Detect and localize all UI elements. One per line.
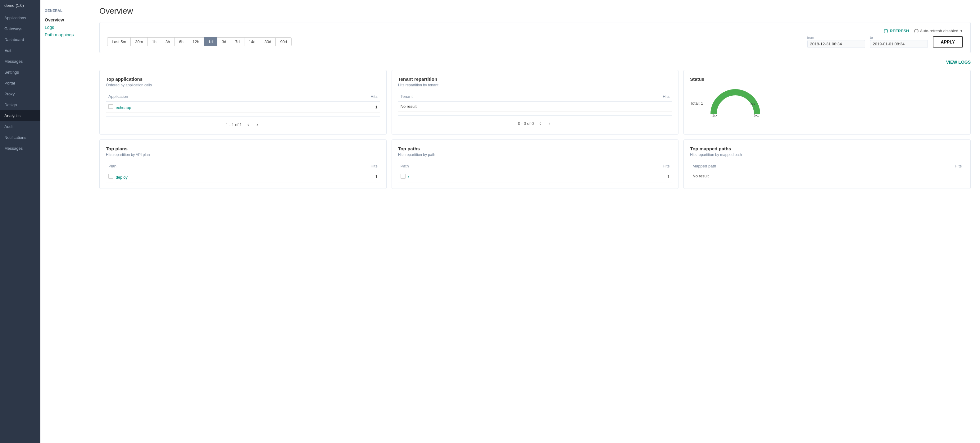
top-paths-subtitle: Hits repartition by path xyxy=(398,153,672,157)
label-1xx: 1xx xyxy=(712,114,717,117)
time-btn-12h[interactable]: 12h xyxy=(188,37,204,46)
view-logs-anchor[interactable]: VIEW LOGS xyxy=(946,60,971,65)
nav-overview[interactable]: Overview xyxy=(45,16,85,24)
path-name-cell: / xyxy=(398,171,543,182)
label-5xx: 5xx xyxy=(754,114,759,117)
sidebar-item-applications[interactable]: Applications xyxy=(0,13,40,23)
top-mapped-paths-card: Top mapped paths Hits repartition by map… xyxy=(684,140,971,189)
pagination-prev[interactable]: ‹ xyxy=(246,121,251,128)
to-label: to xyxy=(870,36,928,40)
col-plan: Plan xyxy=(106,162,290,171)
col-hits-plans: Hits xyxy=(290,162,380,171)
col-hits-applications: Hits xyxy=(298,92,380,102)
label-2xx: 2xx xyxy=(750,102,755,106)
page-title: Overview xyxy=(99,6,971,16)
general-section-label: GENERAL xyxy=(40,5,90,14)
top-applications-pagination: 1 - 1 of 1 ‹ › xyxy=(106,116,380,128)
nav-path-mappings[interactable]: Path mappings xyxy=(45,31,85,38)
time-btn-30m[interactable]: 30m xyxy=(130,37,147,46)
from-field-group: from xyxy=(807,36,865,48)
time-controls-panel: REFRESH Auto-refresh disabled ▼ Last 5m … xyxy=(99,22,971,53)
mapped-no-result: No result xyxy=(690,171,964,181)
time-btn-90d[interactable]: 90d xyxy=(275,37,291,46)
pagination-next[interactable]: › xyxy=(255,121,260,128)
status-donut-svg: 2xx 1xx 5xx xyxy=(711,89,760,117)
top-paths-card: Top paths Hits repartition by path Path … xyxy=(391,140,679,189)
plan-link[interactable]: deploy xyxy=(116,175,127,180)
view-logs-link: VIEW LOGS xyxy=(99,59,971,65)
tenant-subtitle: Hits repartition by tenant xyxy=(398,83,672,87)
path-hits-cell: 1 xyxy=(543,171,672,182)
path-link[interactable]: / xyxy=(408,175,409,180)
nav-logs[interactable]: Logs xyxy=(45,24,85,31)
top-applications-card: Top applications Ordered by application … xyxy=(99,70,387,134)
time-btn-30d[interactable]: 30d xyxy=(260,37,276,46)
refresh-button[interactable]: REFRESH xyxy=(884,29,909,33)
col-hits-tenant: Hits xyxy=(560,92,672,102)
plan-checkbox[interactable] xyxy=(108,174,113,178)
table-row: No result xyxy=(398,102,672,112)
chevron-down-icon: ▼ xyxy=(960,29,963,33)
sidebar-item-proxy[interactable]: Proxy xyxy=(0,89,40,99)
time-btn-3d[interactable]: 3d xyxy=(217,37,231,46)
sidebar-item-edit[interactable]: Edit xyxy=(0,45,40,56)
to-input[interactable] xyxy=(870,40,928,48)
sidebar-item-messages2[interactable]: Messages xyxy=(0,143,40,154)
sidebar-item-analytics[interactable]: Analytics xyxy=(0,110,40,121)
top-applications-subtitle: Ordered by application calls xyxy=(106,83,380,87)
time-btn-7d[interactable]: 7d xyxy=(231,37,244,46)
time-btn-3h[interactable]: 3h xyxy=(161,37,174,46)
bottom-cards-row: Top plans Hits repartition by API plan P… xyxy=(99,140,971,189)
top-applications-title: Top applications xyxy=(106,76,380,82)
from-input[interactable] xyxy=(807,40,865,48)
main-content: Overview REFRESH Auto-refresh disabled ▼… xyxy=(90,0,980,443)
top-applications-table: Application Hits echoapp 1 xyxy=(106,92,380,113)
apply-button[interactable]: APPLY xyxy=(933,37,963,48)
top-mapped-paths-title: Top mapped paths xyxy=(690,146,964,151)
sidebar-item-settings[interactable]: Settings xyxy=(0,67,40,78)
tenant-pagination-prev[interactable]: ‹ xyxy=(538,120,543,127)
table-row: / 1 xyxy=(398,171,672,182)
top-mapped-paths-subtitle: Hits repartition by mapped path xyxy=(690,153,964,157)
time-period-buttons: Last 5m 30m 1h 3h 6h 12h 1d 3d 7d 14d 30… xyxy=(107,37,291,46)
time-btn-last5m[interactable]: Last 5m xyxy=(107,37,130,46)
status-card: Status Total: 1 2xx 1xx 5xx xyxy=(684,70,971,134)
sidebar-item-messages[interactable]: Messages xyxy=(0,56,40,67)
top-plans-card: Top plans Hits repartition by API plan P… xyxy=(99,140,387,189)
time-btn-14d[interactable]: 14d xyxy=(244,37,260,46)
refresh-icon xyxy=(884,29,888,33)
tenant-title: Tenant repartition xyxy=(398,76,672,82)
sidebar-item-notifications[interactable]: Notifications xyxy=(0,132,40,143)
to-field-group: to xyxy=(870,36,928,48)
path-checkbox[interactable] xyxy=(401,174,406,178)
app-link[interactable]: echoapp xyxy=(116,105,131,110)
tenant-pagination: 0 - 0 of 0 ‹ › xyxy=(398,115,672,127)
refresh-controls: REFRESH Auto-refresh disabled ▼ xyxy=(107,29,963,33)
app-checkbox[interactable] xyxy=(108,104,113,109)
col-mapped-path: Mapped path xyxy=(690,162,883,171)
sidebar-item-dashboard[interactable]: Dashboard xyxy=(0,34,40,45)
top-paths-table: Path Hits / 1 xyxy=(398,162,672,182)
demo-label: demo (1.0) xyxy=(0,0,40,11)
table-row: No result xyxy=(690,171,964,181)
table-row: echoapp 1 xyxy=(106,102,380,113)
sidebar-item-design[interactable]: Design xyxy=(0,99,40,110)
tenant-pagination-next[interactable]: › xyxy=(547,120,552,127)
top-plans-title: Top plans xyxy=(106,146,380,151)
auto-refresh-select[interactable]: Auto-refresh disabled ▼ xyxy=(914,29,963,33)
sidebar-item-portal[interactable]: Portal xyxy=(0,78,40,89)
top-mapped-paths-table: Mapped path Hits No result xyxy=(690,162,964,181)
time-range-fields: from to APPLY xyxy=(807,36,963,48)
col-hits-paths: Hits xyxy=(543,162,672,171)
sidebar-item-audit[interactable]: Audit xyxy=(0,121,40,132)
sidebar-item-gateways[interactable]: Gateways xyxy=(0,23,40,34)
col-hits-mapped: Hits xyxy=(883,162,964,171)
top-plans-subtitle: Hits repartition by API plan xyxy=(106,153,380,157)
top-paths-title: Top paths xyxy=(398,146,672,151)
time-btn-6h[interactable]: 6h xyxy=(174,37,188,46)
time-btn-1h[interactable]: 1h xyxy=(148,37,161,46)
time-btn-1d[interactable]: 1d xyxy=(204,37,217,46)
col-tenant: Tenant xyxy=(398,92,560,102)
status-title: Status xyxy=(690,76,964,82)
tenant-pagination-text: 0 - 0 of 0 xyxy=(518,121,534,126)
